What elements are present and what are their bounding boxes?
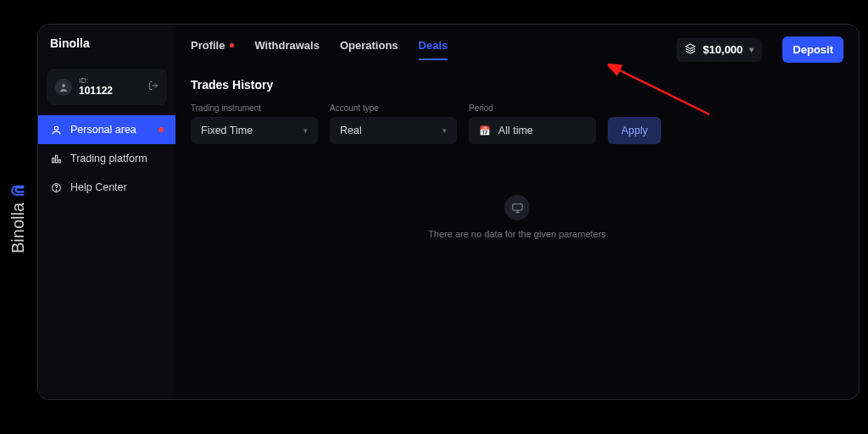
logout-icon[interactable] [148, 81, 159, 93]
brand-text: Binolla [8, 203, 28, 253]
svg-rect-4 [58, 159, 60, 162]
filter-label: Period [469, 103, 596, 113]
tab-deals[interactable]: Deals [419, 39, 448, 60]
filter-label: Account type [330, 103, 457, 113]
tab-withdrawals[interactable]: Withdrawals [254, 39, 319, 60]
svg-marker-7 [686, 44, 695, 48]
chevron-down-icon: ▾ [749, 45, 754, 54]
empty-state: There are no data for the given paramete… [191, 195, 843, 239]
sidebar-brand: Binolla [38, 36, 175, 62]
svg-point-0 [62, 84, 65, 87]
select-value: Real [340, 125, 362, 136]
monitor-icon [504, 195, 530, 220]
empty-message: There are no data for the given paramete… [428, 229, 606, 239]
deposit-button[interactable]: Deposit [782, 36, 843, 63]
content: Trades History Trading instrument Fixed … [175, 63, 859, 254]
tab-label: Operations [340, 39, 398, 52]
chevron-down-icon: ▾ [442, 126, 447, 135]
filter-instrument: Trading instrument Fixed Time ▾ [191, 103, 318, 144]
chart-icon [50, 153, 62, 164]
avatar-icon [55, 79, 72, 96]
vertical-brand: Binolla [7, 181, 29, 253]
main: Profile Withdrawals Operations Deals $ [175, 25, 859, 399]
svg-rect-8 [512, 203, 521, 210]
layers-icon [685, 43, 696, 57]
balance-selector[interactable]: $10,000 ▾ [676, 38, 762, 62]
filter-period: Period 📅 All time [469, 103, 596, 144]
tab-profile[interactable]: Profile [191, 39, 234, 60]
sidebar-item-help-center[interactable]: Help Center [38, 173, 175, 202]
select-value: Fixed Time [201, 125, 253, 136]
sidebar-item-label: Help Center [70, 181, 127, 193]
notification-dot [230, 43, 234, 47]
sidebar-item-label: Personal area [70, 124, 136, 136]
tab-label: Withdrawals [254, 39, 319, 52]
period-select[interactable]: 📅 All time [469, 117, 596, 144]
app-frame: Binolla ID: 101122 Personal area [37, 24, 860, 400]
svg-rect-2 [52, 158, 53, 162]
filter-label: Trading instrument [191, 103, 318, 113]
calendar-icon: 📅 [479, 125, 491, 136]
notification-dot [159, 127, 164, 132]
account-type-select[interactable]: Real ▾ [330, 117, 457, 144]
user-id-label: ID: [79, 77, 113, 85]
chevron-down-icon: ▾ [303, 126, 308, 135]
tab-operations[interactable]: Operations [340, 39, 398, 60]
user-id-value: 101122 [79, 85, 113, 97]
user-id-card[interactable]: ID: 101122 [47, 69, 167, 105]
filters-row: Trading instrument Fixed Time ▾ Account … [191, 103, 843, 144]
brand-logo-icon [9, 178, 26, 200]
sidebar-item-trading-platform[interactable]: Trading platform [38, 144, 175, 173]
help-icon [50, 182, 62, 193]
user-icon [50, 125, 62, 136]
tab-label: Profile [191, 39, 225, 52]
select-value: All time [498, 125, 533, 136]
topbar: Profile Withdrawals Operations Deals $ [175, 25, 859, 63]
balance-amount: $10,000 [703, 43, 743, 56]
sidebar-item-personal-area[interactable]: Personal area [38, 115, 175, 144]
svg-point-1 [54, 126, 58, 130]
filter-account-type: Account type Real ▾ [330, 103, 457, 144]
tab-label: Deals [419, 39, 448, 52]
svg-point-6 [56, 189, 57, 190]
section-title: Trades History [191, 78, 843, 92]
svg-rect-3 [55, 155, 57, 163]
instrument-select[interactable]: Fixed Time ▾ [191, 117, 318, 144]
sidebar: Binolla ID: 101122 Personal area [38, 25, 175, 399]
sidebar-nav: Personal area Trading platform Help Cent… [38, 115, 175, 202]
sidebar-item-label: Trading platform [70, 153, 147, 164]
tabs: Profile Withdrawals Operations Deals [191, 39, 448, 60]
apply-button[interactable]: Apply [608, 117, 661, 144]
